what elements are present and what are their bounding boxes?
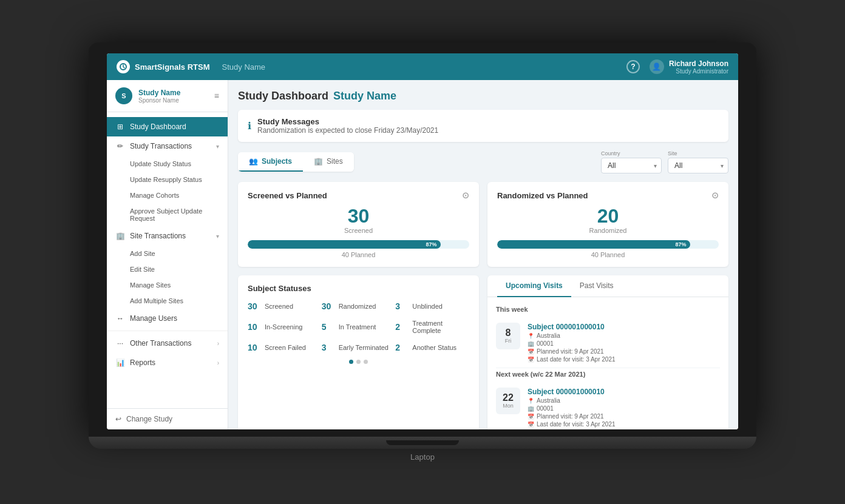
help-button[interactable]: ?	[626, 60, 640, 73]
screened-count: 30	[248, 206, 469, 226]
screened-label: Screened	[248, 227, 469, 234]
status-count: 5	[322, 322, 335, 332]
status-row-unblinded: 3 Unblinded	[395, 299, 469, 314]
sidebar-item-reports[interactable]: 📊 Reports ›	[107, 353, 228, 372]
status-row-early-terminated: 3 Early Terminated	[322, 340, 396, 355]
sidebar-sub-item-edit-site[interactable]: Edit Site	[107, 261, 228, 277]
sidebar-sub-item-approve-subject[interactable]: Approve Subject Update Request	[107, 203, 228, 226]
upcoming-visits-card: Upcoming Visits Past Visits This week 8	[487, 275, 728, 429]
screened-vs-planned-card: Screened vs Planned ⊙ 30 Screened 87%	[238, 182, 479, 267]
user-menu[interactable]: 👤 Richard Johnson Study Administrator	[650, 59, 728, 75]
status-name: In-Screening	[265, 323, 302, 331]
tab-upcoming-visits[interactable]: Upcoming Visits	[497, 275, 571, 297]
sidebar-sub-item-update-resupply[interactable]: Update Resupply Status	[107, 172, 228, 187]
visits-body: This week 8 Fri Subject 00000100	[487, 297, 728, 429]
country-filter: Country All	[601, 150, 662, 173]
sidebar-item-other-transactions[interactable]: ··· Other Transactions ›	[107, 334, 228, 353]
status-count: 30	[248, 301, 261, 311]
visit-date-day: Fri	[505, 338, 512, 344]
sidebar-item-label: Other Transactions	[130, 339, 212, 348]
sidebar-item-study-dashboard[interactable]: ⊞ Study Dashboard	[107, 117, 228, 136]
building-icon: 🏢	[528, 406, 534, 412]
tab-past-visits[interactable]: Past Visits	[571, 275, 622, 297]
location-icon: 📍	[528, 398, 534, 404]
dashboard-grid: Screened vs Planned ⊙ 30 Screened 87%	[238, 182, 728, 429]
status-row-randomized: 30 Randomized	[322, 299, 396, 314]
study-messages-text: Randomization is expected to close Frida…	[257, 126, 438, 135]
app-logo: SmartSignals RTSM	[117, 60, 210, 73]
users-icon: ↔	[115, 314, 125, 323]
status-row-treatment-complete: 2 Treatment Complete	[395, 317, 469, 337]
visit-last-date: 📅 Last date for visit: 3 Apr 2021	[528, 356, 720, 363]
dashboard-icon: ⊞	[115, 123, 125, 131]
status-count: 10	[248, 322, 261, 332]
chevron-down-icon: ▾	[216, 143, 219, 150]
randomized-title: Randomized vs Planned	[497, 191, 588, 200]
dot-3[interactable]	[364, 360, 368, 364]
tab-sites[interactable]: 🏢 Sites	[303, 152, 354, 172]
dot-2[interactable]	[356, 360, 361, 364]
sidebar-sub-item-manage-sites[interactable]: Manage Sites	[107, 277, 228, 293]
site-select[interactable]: All	[668, 158, 728, 173]
statuses-grid: 30 Screened 30 Randomized 3	[248, 299, 469, 355]
card-title-rand: Randomized vs Planned ⊙	[497, 190, 719, 200]
visit-item: 8 Fri Subject 000001000010 📍 Australia	[496, 318, 720, 368]
sidebar-sub-item-add-site[interactable]: Add Site	[107, 246, 228, 261]
sidebar-item-study-transactions[interactable]: ✏ Study Transactions ▾	[107, 136, 228, 156]
header-study-name: Study Name	[222, 62, 266, 72]
visit-date-badge: 8 Fri	[496, 323, 520, 349]
reports-icon: 📊	[115, 358, 125, 367]
change-study-label: Change Study	[126, 415, 172, 423]
change-study-button[interactable]: ↩ Change Study	[115, 415, 219, 423]
dot-1[interactable]	[349, 360, 353, 364]
logo-icon	[117, 60, 130, 73]
subjects-tab-icon: 👥	[249, 157, 258, 166]
randomized-label: Randomized	[497, 227, 719, 234]
chart-icon[interactable]: ⊙	[462, 190, 469, 200]
visit-info: Subject 000001000010 📍 Australia 🏢	[528, 388, 720, 428]
user-role: Study Administrator	[669, 68, 728, 75]
status-count: 3	[322, 343, 335, 352]
sidebar-item-site-transactions[interactable]: 🏢 Site Transactions ▾	[107, 226, 228, 246]
site-icon: 🏢	[115, 232, 125, 240]
sidebar-item-label: Manage Users	[130, 314, 219, 323]
laptop-label: Laptop	[89, 452, 756, 462]
randomized-count: 20	[497, 206, 719, 226]
sites-tab-label: Sites	[327, 157, 343, 166]
sidebar-item-label: Site Transactions	[130, 232, 211, 240]
visit-subject[interactable]: Subject 000001000010	[528, 388, 720, 396]
chart-icon-rand[interactable]: ⊙	[711, 190, 719, 200]
page-subtitle: Study Name	[333, 90, 396, 102]
status-name: Screen Failed	[265, 344, 306, 351]
chevron-right-icon: ›	[217, 340, 219, 347]
transactions-icon: ✏	[115, 142, 125, 150]
location-icon: 📍	[528, 333, 534, 339]
site-select-container: All	[668, 158, 728, 173]
status-name: Randomized	[339, 303, 376, 310]
visit-country: 📍 Australia	[528, 332, 720, 339]
visit-subject[interactable]: Subject 000001000010	[528, 323, 720, 331]
visit-date-num: 8	[506, 328, 511, 338]
visit-country: 📍 Australia	[528, 397, 720, 404]
randomized-vs-planned-card: Randomized vs Planned ⊙ 20 Randomized 87…	[487, 182, 728, 267]
sidebar-sub-item-update-study-status[interactable]: Update Study Status	[107, 156, 228, 172]
info-icon: ℹ	[248, 120, 251, 132]
main-content: Study Dashboard Study Name ℹ Study Messa…	[228, 80, 738, 429]
status-name: Early Terminated	[339, 344, 389, 351]
sites-tab-icon: 🏢	[314, 157, 323, 166]
sidebar-item-manage-users[interactable]: ↔ Manage Users	[107, 309, 228, 328]
app-body: S Study Name Sponsor Name ≡ ⊞ Study	[107, 80, 738, 429]
card-title: Screened vs Planned ⊙	[248, 190, 469, 200]
visit-date-badge: 22 Mon	[496, 388, 520, 414]
sidebar: S Study Name Sponsor Name ≡ ⊞ Study	[107, 80, 228, 429]
country-label: Country	[601, 150, 662, 156]
screened-title: Screened vs Planned	[248, 191, 327, 200]
country-select-container: All	[601, 158, 662, 173]
visit-planned: 📅 Planned visit: 9 Apr 2021	[528, 413, 720, 420]
country-select[interactable]: All	[601, 158, 662, 173]
sidebar-sub-item-manage-cohorts[interactable]: Manage Cohorts	[107, 187, 228, 203]
visit-date-num: 22	[503, 393, 514, 403]
sidebar-sub-item-add-multiple-sites[interactable]: Add Multiple Sites	[107, 293, 228, 309]
tab-subjects[interactable]: 👥 Subjects	[238, 152, 303, 172]
sidebar-hamburger[interactable]: ≡	[214, 91, 219, 101]
